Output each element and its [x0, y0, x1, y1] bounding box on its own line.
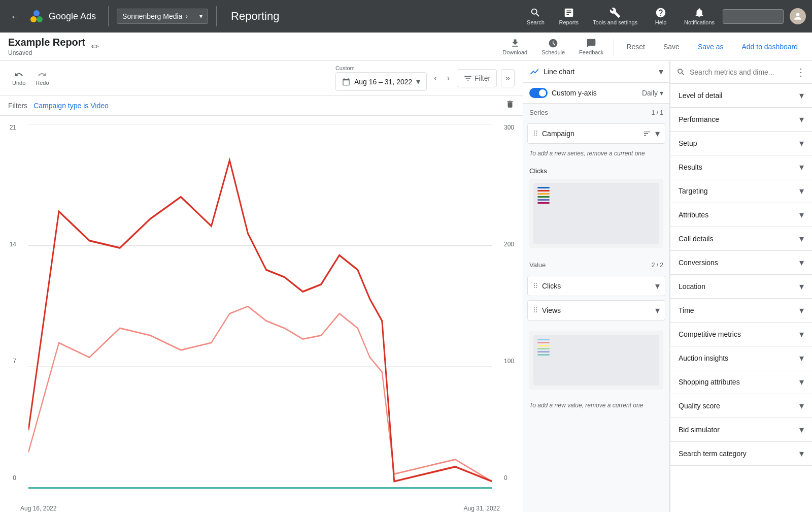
download-button[interactable]: Download	[498, 36, 531, 57]
filter-chip[interactable]: Campaign type is Video	[33, 102, 109, 110]
schedule-button[interactable]: Schedule	[537, 36, 569, 57]
legend-item-indigo	[537, 199, 655, 201]
series-item[interactable]: ⠿ Campaign ▾	[527, 123, 665, 144]
accordion-header-auction-insights[interactable]: Auction insights ▾	[670, 346, 812, 370]
date-dropdown-icon: ▾	[416, 77, 420, 86]
nav-tools-item[interactable]: Tools and settings	[587, 4, 644, 28]
nav-search-item[interactable]: Search	[520, 4, 551, 28]
date-control-wrapper: Custom Aug 16 – 31, 2022 ▾	[335, 65, 427, 91]
right-search-input[interactable]	[690, 68, 792, 76]
chart-type-selector[interactable]: Line chart ▾	[523, 61, 669, 83]
date-next-button[interactable]: ›	[444, 71, 453, 86]
account-selector[interactable]: Sonnenberg Media › ▾	[117, 9, 208, 24]
back-button[interactable]: ←	[6, 7, 24, 26]
accordion-header-competitive-metrics[interactable]: Competitive metrics ▾	[670, 323, 812, 346]
accordion-header-setup[interactable]: Setup ▾	[670, 132, 812, 155]
accordion-item-competitive-metrics: Competitive metrics ▾	[670, 323, 812, 346]
clicks-value-item[interactable]: ⠿ Clicks ▾	[527, 276, 665, 296]
accordion-header-performance[interactable]: Performance ▾	[670, 108, 812, 131]
date-picker[interactable]: Aug 16 – 31, 2022 ▾	[335, 72, 427, 91]
views-legend-item-yellow	[537, 345, 655, 346]
download-icon	[510, 38, 520, 48]
nav-search-bar[interactable]	[723, 9, 784, 24]
accordion-label-setup: Setup	[679, 139, 697, 147]
filter-button[interactable]: Filter	[457, 69, 497, 87]
x-axis-end: Aug 31, 2022	[464, 505, 500, 512]
accordion-header-targeting[interactable]: Targeting ▾	[670, 179, 812, 203]
chart-type-label: Line chart	[544, 68, 655, 76]
tools-icon	[610, 7, 621, 18]
search-icon	[530, 7, 541, 18]
date-prev-button[interactable]: ‹	[431, 71, 439, 86]
save-button[interactable]: Save	[657, 39, 686, 55]
views-value-dropdown[interactable]: ▾	[655, 305, 660, 316]
legend-item-yellow	[537, 193, 655, 195]
accordion-chevron-shopping-attributes: ▾	[799, 376, 804, 388]
toolbar-separator	[614, 39, 614, 55]
accordion-header-quality-score[interactable]: Quality score ▾	[670, 394, 812, 418]
nav-notifications-item[interactable]: Notifications	[678, 4, 721, 28]
accordion-label-performance: Performance	[679, 115, 719, 123]
avatar-icon	[793, 11, 803, 21]
views-legend-item-teal	[537, 354, 655, 356]
accordion-header-call-details[interactable]: Call details ▾	[670, 227, 812, 250]
accordion-label-targeting: Targeting	[679, 187, 708, 195]
legend-item-pink	[537, 202, 655, 204]
filters-row: Filters Campaign type is Video	[0, 95, 523, 116]
accordion-header-results[interactable]: Results ▾	[670, 155, 812, 179]
accordion-header-time[interactable]: Time ▾	[670, 299, 812, 322]
clicks-value-dropdown[interactable]: ▾	[655, 280, 660, 292]
accordion-header-conversions[interactable]: Conversions ▾	[670, 251, 812, 274]
views-value-label: Views	[542, 306, 651, 314]
save-as-button[interactable]: Save as	[692, 39, 730, 55]
daily-selector-button[interactable]: Daily ▾	[642, 89, 663, 97]
redo-button[interactable]: Redo	[31, 68, 53, 88]
series-dropdown-button[interactable]: ▾	[655, 128, 660, 139]
value-header: Value 2 / 2	[523, 256, 669, 274]
toolbar: Example Report Unsaved ✏ Download Schedu…	[0, 33, 812, 61]
right-panel-more-button[interactable]: ⋮	[796, 66, 806, 78]
accordion-item-shopping-attributes: Shopping attributes ▾	[670, 370, 812, 394]
reset-button[interactable]: Reset	[620, 39, 651, 55]
right-search-icon	[676, 68, 686, 77]
accordion-item-bid-simulator: Bid simulator ▾	[670, 418, 812, 442]
avatar[interactable]	[790, 8, 806, 24]
accordion-header-search-term-category[interactable]: Search term category ▾	[670, 442, 812, 465]
account-name: Sonnenberg Media	[122, 12, 182, 20]
reports-icon	[563, 7, 574, 18]
views-drag-handle: ⠿	[533, 306, 538, 314]
accordion-header-location[interactable]: Location ▾	[670, 275, 812, 298]
accordion-header-shopping-attributes[interactable]: Shopping attributes ▾	[670, 370, 812, 394]
accordion-header-attributes[interactable]: Attributes ▾	[670, 203, 812, 227]
accordion-header-level-of-detail[interactable]: Level of detail ▾	[670, 84, 812, 107]
nav-help-item[interactable]: Help	[646, 4, 676, 28]
custom-yaxis-toggle[interactable]	[529, 88, 548, 98]
chart-container: 21 14 7 0 300 200 100 0	[0, 116, 523, 512]
expand-button[interactable]: »	[501, 69, 515, 87]
y-right-min: 0	[504, 474, 507, 482]
nav-icons: Search Reports Tools and settings Help N…	[520, 4, 806, 28]
accordion-chevron-search-term-category: ▾	[799, 448, 804, 459]
nav-reports-item[interactable]: Reports	[553, 4, 585, 28]
views-legend	[529, 331, 663, 390]
svg-point-2	[33, 10, 40, 16]
accordion-item-targeting: Targeting ▾	[670, 179, 812, 203]
undo-icon	[14, 70, 23, 79]
legend-item-green	[537, 196, 655, 198]
delete-filter-button[interactable]	[505, 100, 515, 111]
views-legend-item-green	[537, 348, 655, 349]
reports-nav-label: Reports	[559, 19, 579, 25]
svg-point-0	[30, 16, 37, 22]
accordion-label-time: Time	[679, 306, 694, 314]
undo-button[interactable]: Undo	[8, 68, 29, 88]
views-value-item[interactable]: ⠿ Views ▾	[527, 300, 665, 321]
accordion-header-bid-simulator[interactable]: Bid simulator ▾	[670, 418, 812, 441]
feedback-button[interactable]: Feedback	[575, 36, 607, 57]
accordion-label-conversions: Conversions	[679, 259, 718, 267]
account-expand-icon: ▾	[199, 13, 202, 20]
accordion-chevron-auction-insights: ▾	[799, 353, 804, 364]
add-to-dashboard-button[interactable]: Add to dashboard	[735, 39, 804, 55]
accordion-container: Level of detail ▾ Performance ▾ Setup ▾ …	[670, 84, 812, 466]
edit-title-button[interactable]: ✏	[89, 39, 101, 54]
chart-type-dropdown-button[interactable]: ▾	[659, 66, 663, 77]
